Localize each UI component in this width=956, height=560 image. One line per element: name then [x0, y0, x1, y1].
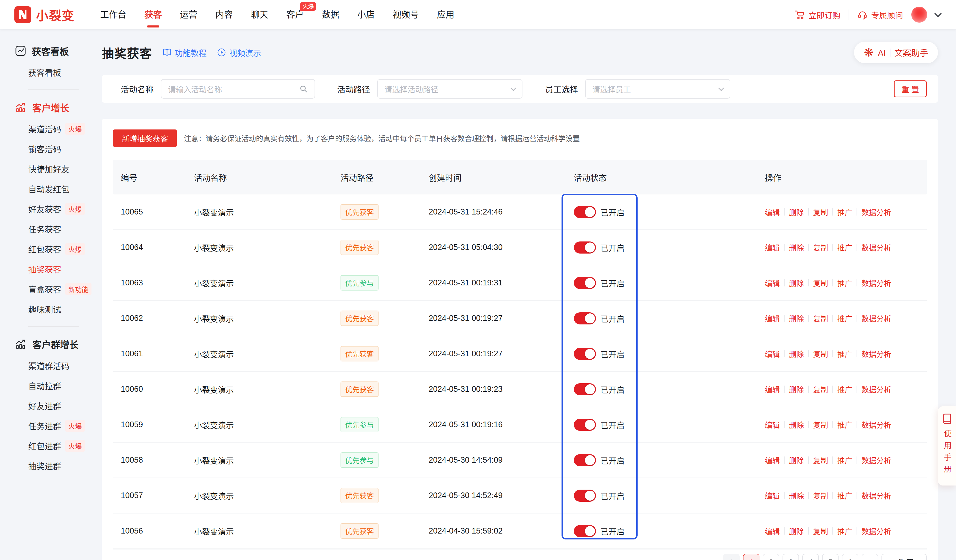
promote-link[interactable]: 推广 — [837, 490, 852, 501]
copy-link[interactable]: 复制 — [813, 207, 828, 217]
delete-link[interactable]: 删除 — [789, 455, 804, 466]
analytics-link[interactable]: 数据分析 — [862, 525, 891, 536]
analytics-link[interactable]: 数据分析 — [862, 419, 891, 430]
nav-item-data[interactable]: 数据 — [322, 0, 339, 29]
nav-item-workbench[interactable]: 工作台 — [100, 0, 126, 29]
sidebar-item-friend-join-group[interactable]: 好友进群 — [0, 395, 95, 416]
analytics-link[interactable]: 数据分析 — [862, 455, 891, 466]
promote-link[interactable]: 推广 — [837, 242, 852, 253]
sidebar-item-task-join-group[interactable]: 任务进群火爆 — [0, 416, 95, 436]
copy-link[interactable]: 复制 — [813, 278, 828, 288]
user-avatar[interactable] — [911, 7, 927, 23]
delete-link[interactable]: 删除 — [789, 490, 804, 501]
promote-link[interactable]: 推广 — [837, 525, 852, 536]
copy-link[interactable]: 复制 — [813, 419, 828, 430]
user-manual-tab[interactable]: 使用手册 — [938, 406, 956, 486]
edit-link[interactable]: 编辑 — [765, 348, 780, 359]
sidebar-item-quick-add[interactable]: 快捷加好友 — [0, 159, 95, 179]
analytics-link[interactable]: 数据分析 — [862, 242, 891, 253]
promote-link[interactable]: 推广 — [837, 313, 852, 324]
sidebar-item-lottery-join-group[interactable]: 抽奖进群 — [0, 456, 95, 476]
analytics-link[interactable]: 数据分析 — [862, 313, 891, 324]
video-demo-link[interactable]: 视频演示 — [217, 47, 261, 58]
promote-link[interactable]: 推广 — [837, 384, 852, 395]
status-toggle[interactable] — [574, 383, 596, 395]
delete-link[interactable]: 删除 — [789, 419, 804, 430]
nav-item-chat[interactable]: 聊天 — [251, 0, 268, 29]
staff-select[interactable]: 请选择员工 — [585, 79, 730, 99]
reset-button[interactable]: 重 置 — [894, 80, 927, 97]
copy-link[interactable]: 复制 — [813, 490, 828, 501]
edit-link[interactable]: 编辑 — [765, 207, 780, 217]
status-toggle[interactable] — [574, 206, 596, 218]
next-page-button[interactable] — [862, 554, 878, 560]
nav-item-shop[interactable]: 小店 — [357, 0, 375, 29]
page-button-1[interactable]: 1 — [743, 554, 759, 560]
page-size-select[interactable]: 10 条/页 — [882, 554, 927, 560]
sidebar-item-auto-redpacket[interactable]: 自动发红包 — [0, 179, 95, 199]
nav-item-acquisition[interactable]: 获客 — [145, 0, 162, 29]
nav-item-video[interactable]: 视频号 — [393, 0, 419, 29]
status-toggle[interactable] — [574, 242, 596, 254]
sidebar-item-redpacket-acquisition[interactable]: 红包获客火爆 — [0, 239, 95, 259]
sidebar-item-channel-code[interactable]: 渠道活码火爆 — [0, 119, 95, 139]
copy-link[interactable]: 复制 — [813, 525, 828, 536]
analytics-link[interactable]: 数据分析 — [862, 207, 891, 217]
sidebar-item-friend-acquisition[interactable]: 好友获客火爆 — [0, 199, 95, 219]
copy-link[interactable]: 复制 — [813, 384, 828, 395]
sidebar-item-lottery-acquisition[interactable]: 抽奖获客 — [0, 259, 95, 279]
nav-item-operation[interactable]: 运营 — [180, 0, 197, 29]
promote-link[interactable]: 推广 — [837, 455, 852, 466]
edit-link[interactable]: 编辑 — [765, 419, 780, 430]
status-toggle[interactable] — [574, 348, 596, 360]
copy-link[interactable]: 复制 — [813, 348, 828, 359]
page-button-5[interactable]: 5 — [822, 554, 838, 560]
sidebar-item-fun-test[interactable]: 趣味测试 — [0, 299, 95, 319]
promote-link[interactable]: 推广 — [837, 348, 852, 359]
sidebar-item-dashboard[interactable]: 获客看板 — [0, 62, 95, 82]
nav-item-apps[interactable]: 应用 — [437, 0, 454, 29]
activity-path-select[interactable]: 请选择活动路径 — [377, 79, 522, 99]
status-toggle[interactable] — [574, 277, 596, 289]
order-now-link[interactable]: 立即订购 — [795, 9, 840, 20]
status-toggle[interactable] — [574, 489, 596, 502]
copy-link[interactable]: 复制 — [813, 242, 828, 253]
page-button-4[interactable]: 4 — [802, 554, 819, 560]
status-toggle[interactable] — [574, 454, 596, 466]
activity-name-input[interactable]: 请输入活动名称 — [161, 79, 315, 99]
edit-link[interactable]: 编辑 — [765, 455, 780, 466]
prev-page-button[interactable] — [723, 554, 740, 560]
delete-link[interactable]: 删除 — [789, 242, 804, 253]
analytics-link[interactable]: 数据分析 — [862, 490, 891, 501]
page-button-2[interactable]: 2 — [763, 554, 779, 560]
add-lottery-button[interactable]: 新增抽奖获客 — [113, 129, 177, 147]
analytics-link[interactable]: 数据分析 — [862, 384, 891, 395]
sidebar-item-task-acquisition[interactable]: 任务获客 — [0, 219, 95, 239]
chevron-down-icon[interactable] — [934, 10, 942, 17]
analytics-link[interactable]: 数据分析 — [862, 278, 891, 288]
delete-link[interactable]: 删除 — [789, 384, 804, 395]
status-toggle[interactable] — [574, 312, 596, 325]
advisor-link[interactable]: 专属顾问 — [857, 9, 903, 20]
edit-link[interactable]: 编辑 — [765, 525, 780, 536]
sidebar-item-channel-group-code[interactable]: 渠道群活码 — [0, 356, 95, 376]
edit-link[interactable]: 编辑 — [765, 242, 780, 253]
delete-link[interactable]: 删除 — [789, 313, 804, 324]
ai-copywriting-button[interactable]: ❋ AI｜文案助手 — [854, 42, 938, 63]
sidebar-item-auto-group[interactable]: 自动拉群 — [0, 376, 95, 395]
delete-link[interactable]: 删除 — [789, 348, 804, 359]
tutorial-link[interactable]: 功能教程 — [162, 47, 207, 58]
nav-item-customer[interactable]: 客户火爆 — [286, 0, 304, 29]
edit-link[interactable]: 编辑 — [765, 313, 780, 324]
status-toggle[interactable] — [574, 525, 596, 537]
page-button-3[interactable]: 3 — [783, 554, 799, 560]
page-button-6[interactable]: 6 — [842, 554, 859, 560]
delete-link[interactable]: 删除 — [789, 525, 804, 536]
sidebar-item-redpacket-join-group[interactable]: 红包进群火爆 — [0, 436, 95, 456]
delete-link[interactable]: 删除 — [789, 207, 804, 217]
edit-link[interactable]: 编辑 — [765, 384, 780, 395]
brand-logo[interactable]: 小裂变 — [14, 6, 86, 24]
promote-link[interactable]: 推广 — [837, 278, 852, 288]
promote-link[interactable]: 推广 — [837, 419, 852, 430]
edit-link[interactable]: 编辑 — [765, 278, 780, 288]
